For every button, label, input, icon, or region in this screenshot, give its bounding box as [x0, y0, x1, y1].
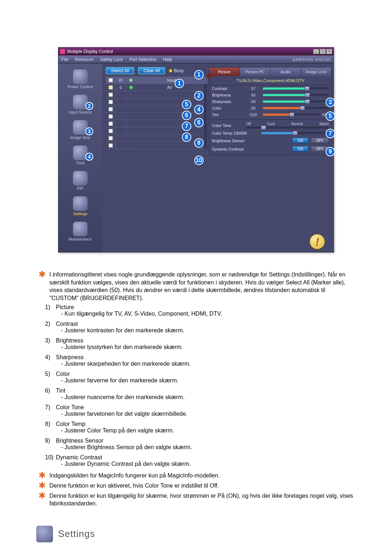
contrast-slider[interactable] — [263, 87, 329, 90]
brightness-sensor-on-button[interactable]: ON — [292, 138, 309, 144]
status-icon — [129, 86, 133, 89]
menu-file[interactable]: File — [61, 57, 68, 62]
list-item: 10)Dynamic Contrast- Justerer Dynamic Co… — [45, 454, 356, 467]
list-item: 9)Brightness Sensor- Justerer Brightness… — [45, 438, 356, 451]
footnote: ✱Denne funktion er kun aktiveret, hvis C… — [38, 482, 356, 490]
select-all-button[interactable]: Select All — [106, 67, 134, 74]
checkbox-icon[interactable] — [109, 129, 113, 133]
busy-icon — [169, 69, 172, 73]
checkbox-icon[interactable] — [109, 107, 113, 111]
row-color-tone: Color Tone Off Cool Normal Warm — [209, 119, 332, 130]
callout-2: 2 — [194, 91, 204, 100]
maintenance-icon — [73, 222, 87, 236]
sidebar-item-power-control[interactable]: Power Control — [58, 67, 102, 93]
menu-port-selection[interactable]: Port Selection — [129, 57, 156, 62]
tone-opt: Warm — [319, 122, 329, 126]
footnote-text: Denne funktion er kun tilgængelig for sk… — [49, 492, 356, 508]
clear-all-button[interactable]: Clear All — [138, 67, 165, 74]
color-temp-slider[interactable] — [261, 132, 329, 134]
checkbox-icon[interactable] — [109, 143, 113, 148]
callout-9: 9 — [326, 147, 335, 156]
tab-picture[interactable]: Picture — [209, 67, 240, 76]
dynamic-contrast-on-button[interactable]: ON — [292, 146, 309, 152]
sidebar-item-time[interactable]: Time 4 — [58, 143, 102, 169]
star-icon: ✱ — [38, 482, 46, 490]
cell-input: AV — [136, 84, 204, 91]
settings-section-icon — [36, 526, 53, 542]
menu-remocon[interactable]: Remocon — [75, 57, 93, 62]
sidebar-item-input-source[interactable]: Input Source 2 — [58, 93, 102, 118]
tab-image-lock[interactable]: Image Lock — [301, 67, 332, 76]
checkbox-icon[interactable] — [109, 78, 113, 82]
brightness-slider[interactable] — [263, 94, 329, 96]
menu-help[interactable]: Help — [163, 57, 172, 62]
tint-left: G50 — [246, 112, 261, 117]
sidebar-item-maintenance[interactable]: Maintenance — [58, 219, 102, 245]
callout-badge: 2 — [85, 102, 93, 110]
color-slider[interactable] — [263, 107, 329, 109]
tint-slider[interactable] — [263, 114, 320, 116]
tab-audio[interactable]: Audio — [270, 67, 301, 76]
titlebar: Multiple Display Control _ □ × — [58, 48, 334, 56]
checkbox-icon[interactable]: ✔ — [109, 85, 113, 90]
sidebar-item-label: PIP — [77, 186, 83, 190]
row-dynamic-contrast: Dynamic Contrast ON OFF — [209, 145, 332, 155]
list-item: 8)Color Temp- Justerer Color Temp på den… — [45, 421, 356, 434]
callout-5p: 5 — [326, 111, 335, 121]
section-heading: Settings — [36, 526, 356, 542]
app-icon — [60, 49, 65, 54]
sharpness-slider[interactable] — [263, 100, 329, 103]
color-tone-slider[interactable] — [246, 127, 329, 129]
info-icon: ! — [310, 234, 325, 249]
callout-10: 10 — [194, 156, 204, 165]
busy-indicator: Busy — [169, 68, 184, 73]
checkbox-icon[interactable] — [109, 122, 113, 126]
label: Color — [212, 106, 244, 110]
callout-1-panel: 1 — [194, 70, 204, 79]
pip-icon — [73, 171, 87, 185]
brightness-sensor-off-button[interactable]: OFF — [311, 138, 329, 144]
cell-id: 0 — [116, 84, 126, 91]
menubar: File Remocon Safety Lock Port Selection … — [58, 56, 334, 63]
maximize-icon[interactable]: □ — [320, 49, 326, 54]
window-title: Multiple Display Control — [67, 49, 113, 54]
table-row[interactable]: ✔ 0 AV — [106, 84, 204, 91]
callout-8: 8 — [182, 132, 191, 142]
star-icon: ✱ — [38, 271, 46, 302]
row-brightness-sensor: Brightness Sensor ON OFF — [209, 136, 332, 145]
label: Dynamic Contrast — [212, 147, 259, 151]
sidebar-item-pip[interactable]: PIP — [58, 169, 102, 194]
checkbox-icon[interactable] — [109, 100, 113, 104]
sidebar-item-label: Input Source — [69, 110, 91, 114]
tab-picture-pc[interactable]: Picture PC — [240, 67, 271, 76]
callout-badge: 4 — [85, 153, 93, 161]
checkbox-icon[interactable] — [109, 114, 113, 119]
sidebar-item-settings[interactable]: Settings — [58, 194, 102, 219]
label: Tint — [212, 112, 244, 117]
checkbox-icon[interactable] — [109, 136, 113, 140]
star-icon: ✱ — [38, 472, 46, 480]
menu-safety-lock[interactable]: Safety Lock — [100, 57, 123, 62]
checkbox-icon[interactable] — [109, 93, 113, 97]
sidebar-item-label: Maintenance — [69, 237, 92, 241]
callout-6p: 6 — [194, 118, 204, 127]
minimize-icon[interactable]: _ — [313, 49, 319, 54]
table-row[interactable] — [106, 142, 204, 149]
scrollbar-thumb[interactable] — [204, 84, 207, 93]
label: Sharpness — [212, 99, 244, 104]
label: Brightness Sensor — [212, 139, 259, 143]
table-row[interactable] — [106, 91, 204, 98]
row-brightness: Brightness 68 — [209, 92, 332, 98]
app-window: Multiple Display Control _ □ × File Remo… — [58, 47, 334, 253]
sidebar-item-label: Power Control — [68, 85, 93, 89]
row-color: Color 60 — [209, 105, 332, 111]
row-contrast: Contrast 67 — [209, 85, 332, 92]
close-icon[interactable]: × — [326, 49, 332, 54]
sidebar-item-image-size[interactable]: Image Size 3 — [58, 118, 102, 143]
callout-7: 7 — [182, 122, 191, 131]
sidebar-item-label: Time — [76, 161, 85, 165]
footnote-text: Indgangskilden for MagicInfo fungerer ku… — [49, 472, 356, 480]
label: Contrast — [212, 86, 244, 91]
status-col-icon: ◼ — [129, 78, 132, 82]
callout-4: 4 — [194, 105, 204, 114]
